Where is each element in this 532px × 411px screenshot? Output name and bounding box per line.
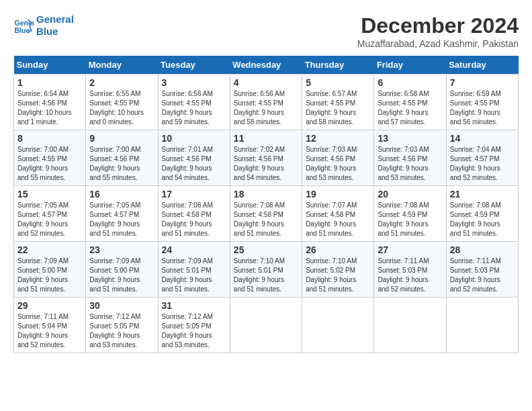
calendar-cell: 15Sunrise: 7:05 AMSunset: 4:57 PMDayligh… bbox=[14, 186, 86, 242]
day-info: Sunrise: 7:03 AMSunset: 4:56 PMDaylight:… bbox=[378, 145, 442, 183]
day-number: 5 bbox=[306, 77, 370, 88]
day-number: 2 bbox=[89, 77, 154, 88]
calendar-cell: 22Sunrise: 7:09 AMSunset: 5:00 PMDayligh… bbox=[14, 242, 86, 298]
day-info: Sunrise: 7:06 AMSunset: 4:58 PMDaylight:… bbox=[234, 201, 298, 238]
day-info: Sunrise: 6:56 AMSunset: 4:55 PMDaylight:… bbox=[234, 89, 298, 127]
col-sunday: Sunday bbox=[14, 56, 86, 75]
day-info: Sunrise: 7:05 AMSunset: 4:57 PMDaylight:… bbox=[89, 201, 154, 238]
calendar-cell: 28Sunrise: 7:11 AMSunset: 5:03 PMDayligh… bbox=[446, 242, 518, 298]
logo-icon: General Blue bbox=[13, 15, 34, 36]
col-friday: Friday bbox=[374, 56, 446, 75]
day-number: 11 bbox=[234, 133, 298, 144]
day-info: Sunrise: 7:07 AMSunset: 4:58 PMDaylight:… bbox=[306, 201, 370, 238]
day-number: 9 bbox=[89, 133, 154, 144]
day-info: Sunrise: 7:12 AMSunset: 5:05 PMDaylight:… bbox=[89, 312, 154, 350]
day-info: Sunrise: 7:00 AMSunset: 4:56 PMDaylight:… bbox=[89, 145, 154, 183]
day-info: Sunrise: 6:54 AMSunset: 4:56 PMDaylight:… bbox=[17, 89, 82, 127]
calendar-cell bbox=[230, 298, 302, 353]
day-info: Sunrise: 7:04 AMSunset: 4:57 PMDaylight:… bbox=[450, 145, 515, 183]
col-saturday: Saturday bbox=[446, 56, 518, 75]
day-number: 29 bbox=[17, 300, 82, 311]
day-info: Sunrise: 6:59 AMSunset: 4:55 PMDaylight:… bbox=[450, 89, 515, 127]
calendar-cell: 11Sunrise: 7:02 AMSunset: 4:56 PMDayligh… bbox=[230, 130, 302, 186]
day-info: Sunrise: 7:09 AMSunset: 5:00 PMDaylight:… bbox=[17, 257, 82, 294]
day-info: Sunrise: 7:10 AMSunset: 5:01 PMDaylight:… bbox=[234, 257, 298, 294]
day-number: 17 bbox=[162, 189, 226, 199]
calendar-cell: 9Sunrise: 7:00 AMSunset: 4:56 PMDaylight… bbox=[86, 130, 158, 186]
location: Muzaffarabad, Azad Kashmir, Pakistan bbox=[357, 38, 519, 49]
day-info: Sunrise: 7:06 AMSunset: 4:58 PMDaylight:… bbox=[162, 201, 226, 238]
calendar-cell: 7Sunrise: 6:59 AMSunset: 4:55 PMDaylight… bbox=[446, 75, 518, 130]
day-number: 15 bbox=[17, 189, 82, 199]
svg-text:Blue: Blue bbox=[15, 26, 30, 34]
day-number: 20 bbox=[378, 189, 442, 199]
calendar-week-row: 29Sunrise: 7:11 AMSunset: 5:04 PMDayligh… bbox=[14, 298, 519, 353]
calendar-cell: 21Sunrise: 7:08 AMSunset: 4:59 PMDayligh… bbox=[446, 186, 518, 242]
calendar-cell: 30Sunrise: 7:12 AMSunset: 5:05 PMDayligh… bbox=[86, 298, 158, 353]
calendar-cell: 23Sunrise: 7:09 AMSunset: 5:00 PMDayligh… bbox=[86, 242, 158, 298]
title-area: December 2024 Muzaffarabad, Azad Kashmir… bbox=[357, 13, 519, 49]
day-info: Sunrise: 7:09 AMSunset: 5:00 PMDaylight:… bbox=[89, 257, 154, 294]
calendar-cell: 6Sunrise: 6:58 AMSunset: 4:55 PMDaylight… bbox=[374, 75, 446, 130]
calendar-cell: 12Sunrise: 7:03 AMSunset: 4:56 PMDayligh… bbox=[302, 130, 374, 186]
day-info: Sunrise: 7:11 AMSunset: 5:04 PMDaylight:… bbox=[17, 312, 82, 350]
day-number: 6 bbox=[378, 77, 442, 88]
day-info: Sunrise: 6:57 AMSunset: 4:55 PMDaylight:… bbox=[306, 89, 370, 127]
day-info: Sunrise: 7:08 AMSunset: 4:59 PMDaylight:… bbox=[450, 201, 515, 238]
calendar-cell: 29Sunrise: 7:11 AMSunset: 5:04 PMDayligh… bbox=[14, 298, 86, 353]
day-number: 3 bbox=[162, 77, 226, 88]
calendar-header-row: Sunday Monday Tuesday Wednesday Thursday… bbox=[14, 56, 519, 75]
day-number: 31 bbox=[162, 300, 226, 311]
calendar-cell: 8Sunrise: 7:00 AMSunset: 4:55 PMDaylight… bbox=[14, 130, 86, 186]
calendar-cell: 13Sunrise: 7:03 AMSunset: 4:56 PMDayligh… bbox=[374, 130, 446, 186]
calendar-cell: 25Sunrise: 7:10 AMSunset: 5:01 PMDayligh… bbox=[230, 242, 302, 298]
day-info: Sunrise: 7:00 AMSunset: 4:55 PMDaylight:… bbox=[17, 145, 82, 183]
day-number: 7 bbox=[450, 77, 515, 88]
calendar-table: Sunday Monday Tuesday Wednesday Thursday… bbox=[13, 56, 519, 353]
calendar-cell: 5Sunrise: 6:57 AMSunset: 4:55 PMDaylight… bbox=[302, 75, 374, 130]
calendar-cell: 1Sunrise: 6:54 AMSunset: 4:56 PMDaylight… bbox=[14, 75, 86, 130]
logo-line1: General bbox=[36, 13, 74, 25]
day-number: 28 bbox=[450, 244, 515, 255]
calendar-cell: 31Sunrise: 7:12 AMSunset: 5:05 PMDayligh… bbox=[158, 298, 230, 353]
calendar-cell bbox=[374, 298, 446, 353]
day-number: 23 bbox=[89, 244, 154, 255]
day-number: 27 bbox=[378, 244, 442, 255]
day-info: Sunrise: 7:10 AMSunset: 5:02 PMDaylight:… bbox=[306, 257, 370, 294]
day-number: 16 bbox=[89, 189, 154, 199]
page-header: General Blue General Blue December 2024 … bbox=[13, 13, 519, 49]
calendar-cell: 14Sunrise: 7:04 AMSunset: 4:57 PMDayligh… bbox=[446, 130, 518, 186]
calendar-cell: 19Sunrise: 7:07 AMSunset: 4:58 PMDayligh… bbox=[302, 186, 374, 242]
calendar-cell: 20Sunrise: 7:08 AMSunset: 4:59 PMDayligh… bbox=[374, 186, 446, 242]
day-info: Sunrise: 6:55 AMSunset: 4:55 PMDaylight:… bbox=[89, 89, 154, 127]
day-info: Sunrise: 7:03 AMSunset: 4:56 PMDaylight:… bbox=[306, 145, 370, 183]
calendar-cell: 3Sunrise: 6:56 AMSunset: 4:55 PMDaylight… bbox=[158, 75, 230, 130]
logo: General Blue General Blue bbox=[13, 13, 74, 38]
calendar-cell: 4Sunrise: 6:56 AMSunset: 4:55 PMDaylight… bbox=[230, 75, 302, 130]
calendar-cell bbox=[302, 298, 374, 353]
calendar-week-row: 1Sunrise: 6:54 AMSunset: 4:56 PMDaylight… bbox=[14, 75, 519, 130]
day-number: 10 bbox=[162, 133, 226, 144]
day-info: Sunrise: 6:58 AMSunset: 4:55 PMDaylight:… bbox=[378, 89, 442, 127]
col-thursday: Thursday bbox=[302, 56, 374, 75]
day-number: 18 bbox=[234, 189, 298, 199]
day-number: 21 bbox=[450, 189, 515, 199]
day-info: Sunrise: 7:08 AMSunset: 4:59 PMDaylight:… bbox=[378, 201, 442, 238]
day-info: Sunrise: 7:11 AMSunset: 5:03 PMDaylight:… bbox=[450, 257, 515, 294]
calendar-cell: 24Sunrise: 7:09 AMSunset: 5:01 PMDayligh… bbox=[158, 242, 230, 298]
calendar-cell: 27Sunrise: 7:11 AMSunset: 5:03 PMDayligh… bbox=[374, 242, 446, 298]
day-number: 25 bbox=[234, 244, 298, 255]
col-wednesday: Wednesday bbox=[230, 56, 302, 75]
month-title: December 2024 bbox=[357, 13, 519, 38]
day-info: Sunrise: 7:01 AMSunset: 4:56 PMDaylight:… bbox=[162, 145, 226, 183]
day-number: 24 bbox=[162, 244, 226, 255]
day-number: 4 bbox=[234, 77, 298, 88]
col-monday: Monday bbox=[86, 56, 158, 75]
day-info: Sunrise: 7:05 AMSunset: 4:57 PMDaylight:… bbox=[17, 201, 82, 238]
day-number: 30 bbox=[89, 300, 154, 311]
day-number: 12 bbox=[306, 133, 370, 144]
day-number: 8 bbox=[17, 133, 82, 144]
col-tuesday: Tuesday bbox=[158, 56, 230, 75]
day-number: 22 bbox=[17, 244, 82, 255]
day-number: 13 bbox=[378, 133, 442, 144]
